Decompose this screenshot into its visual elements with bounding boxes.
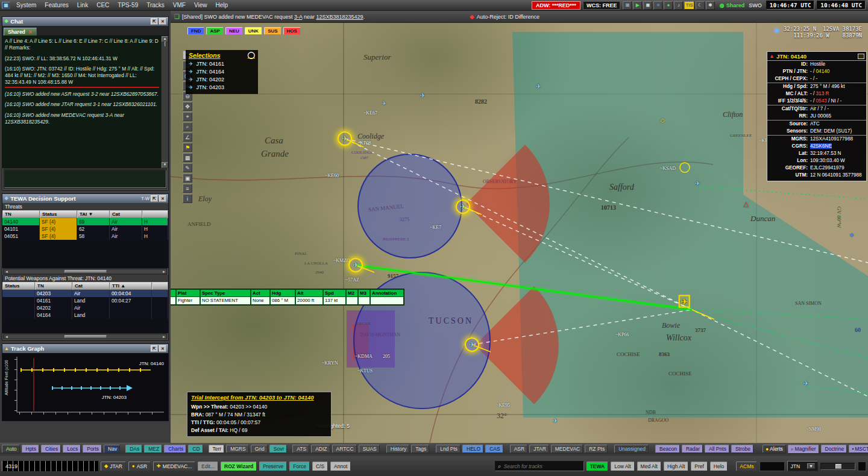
high-alt-button[interactable]: High Alt [664, 462, 688, 471]
highlighted-track[interactable]: ✈ [456, 199, 470, 214]
trial-intercept-popup[interactable]: Trial Intercept from JTN: 04203 to JTN: … [187, 392, 332, 437]
map-tool[interactable]: ✥ [183, 102, 192, 111]
toolbar-icon[interactable]: ⊞ [623, 1, 632, 10]
layer-toggle-button[interactable]: RZ Pts [585, 445, 608, 453]
horizontal-scrollbar[interactable]: ◄► [4, 334, 167, 339]
toolbar-icon[interactable]: TIS [684, 1, 694, 10]
search-input[interactable] [504, 463, 581, 469]
notification-text[interactable]: [Shared] SWO added new MEDEVAC request 3… [182, 14, 365, 20]
scrollbar-thumb[interactable] [64, 270, 107, 273]
menu-item[interactable]: Features [40, 1, 72, 9]
close-icon[interactable]: ✕ [159, 18, 166, 25]
menu-item[interactable]: VMF [169, 1, 190, 9]
layer-toggle-button[interactable]: Beacon [655, 445, 680, 453]
jtar-button[interactable]: ◆JTAR [101, 462, 126, 471]
highlighted-track[interactable]: ✈ [348, 258, 363, 272]
layer-toggle-button[interactable]: ●Alerts [763, 445, 786, 453]
low-alt-button[interactable]: Low Alt [611, 462, 634, 471]
layer-toggle-button[interactable]: History [386, 445, 409, 453]
tewa-panel-titlebar[interactable]: ❖ TEWA Decision Support T-W⇱✕ [2, 194, 168, 203]
selection-list-item[interactable]: ✈JTN: 04161 [189, 60, 255, 68]
menu-item[interactable]: Link [73, 1, 92, 9]
track-graph-titlebar[interactable]: ▲ Track Graph ⇱✕ [2, 344, 168, 353]
layer-toggle-button[interactable]: Unassigned [614, 445, 649, 453]
toolbar-icon[interactable]: ☾ [696, 1, 705, 10]
menu-item[interactable]: CEC [92, 1, 113, 9]
layer-toggle-button[interactable]: MEZ [144, 445, 162, 453]
track-info-panel[interactable]: ▲ JTN: 04140 ID: Hostile PTN / JTN: - / … [767, 51, 867, 181]
layer-toggle-button[interactable]: HELO [462, 445, 483, 453]
pref-button[interactable]: Pref [691, 462, 708, 471]
map-tool[interactable]: ▣ [183, 174, 192, 183]
med-alt-button[interactable]: Med Alt [637, 462, 661, 471]
toolbar-icon[interactable]: ♪ [674, 1, 683, 10]
layer-toggle-button[interactable]: ASR [510, 445, 527, 453]
layer-toggle-button[interactable]: Auto [2, 445, 20, 453]
chat-panel-titlebar[interactable]: ❖ Chat ⇱✕ [2, 17, 168, 26]
close-icon[interactable]: ✕ [159, 345, 166, 352]
layer-toggle-button[interactable]: SUAS [359, 445, 380, 453]
layer-toggle-button[interactable]: Doctrine [821, 445, 848, 453]
selection-list-item[interactable]: ✈JTN: 04202 [189, 76, 255, 84]
highlighted-track[interactable]: ✈ [338, 131, 352, 146]
roz-wizard-button[interactable]: ROZ Wizard [221, 462, 257, 471]
shared-indicator[interactable]: ◍Shared [720, 2, 744, 8]
chat-input[interactable] [4, 170, 166, 188]
menu-item[interactable]: Help [211, 1, 232, 9]
layer-toggle-button[interactable]: Strobe [731, 445, 753, 453]
table-row[interactable]: 04203Air00:04:04 [2, 290, 168, 297]
layer-toggle-button[interactable]: Hpts [22, 445, 39, 453]
layer-toggle-button[interactable]: ▪MSCT [849, 445, 868, 453]
layer-toggle-button[interactable]: Charts [164, 445, 186, 453]
scrollbar-thumb[interactable] [64, 335, 107, 338]
toolbar-icon[interactable]: ⌗ [653, 1, 662, 10]
layer-toggle-button[interactable]: Tags [411, 445, 429, 453]
weapons-table-header[interactable]: StatusTNCatTTI ▲ [2, 282, 168, 290]
layer-toggle-button[interactable]: ⌕Magnifier [788, 445, 819, 454]
altitude-graph[interactable]: JTN: 04140 JTN: 04203 Altitude Feet (x10… [2, 353, 168, 421]
layer-toggle-button[interactable]: All Pnts [705, 445, 729, 453]
classification-filter-button[interactable]: ASP [206, 27, 223, 35]
layer-toggle-button[interactable]: MGRS [226, 445, 249, 453]
range-scale-widget[interactable]: 4319 [2, 461, 98, 471]
layer-toggle-button[interactable]: Radar [682, 445, 703, 453]
acms-button[interactable]: ACMs [736, 462, 757, 471]
toolbar-icon[interactable]: ✱ [706, 1, 715, 10]
callsign-button[interactable]: C/S [312, 462, 328, 471]
pin-icon[interactable]: ⇱ [151, 195, 158, 202]
layer-toggle-button[interactable]: MEDEVAC [551, 445, 583, 453]
close-icon[interactable]: ✕ [159, 195, 166, 202]
tactical-map[interactable]: Superior8282CliftonGREENLEECoolidgeCOOLI… [171, 23, 868, 443]
scrollbar-thumb[interactable] [165, 42, 166, 46]
layer-toggle-button[interactable]: Locs [63, 445, 81, 453]
force-button[interactable]: Force [289, 462, 310, 471]
layer-toggle-button[interactable]: Ports [83, 445, 102, 453]
selection-list-item[interactable]: ✈JTN: 04203 [189, 84, 255, 92]
layer-toggle-button[interactable]: Sovr [269, 445, 287, 453]
table-row[interactable]: 04101SF (4)62AirH [2, 225, 168, 233]
table-row[interactable]: 04051SF (4)58AirH [2, 233, 168, 240]
tewa-button[interactable]: TEWA [587, 462, 609, 471]
declutter-slider[interactable] [820, 463, 855, 470]
tab-shared[interactable]: Shared✕ [4, 28, 37, 36]
layer-toggle-button[interactable]: ADIZ [311, 445, 330, 453]
layer-toggle-button[interactable]: ARTCC [332, 445, 357, 453]
map-tool[interactable]: ✎ [183, 163, 192, 172]
track-search[interactable]: ⌕ [495, 461, 584, 471]
map-tool[interactable]: ⌕ [183, 122, 192, 131]
layer-toggle-button[interactable]: CD [188, 445, 203, 453]
horizontal-scrollbar[interactable]: ◄► [4, 269, 167, 274]
toolbar-icon[interactable]: ◼ [643, 1, 652, 10]
jtn-dropdown[interactable]: JTN▼ [787, 461, 818, 471]
layer-toggle-button[interactable]: CAS [485, 445, 503, 453]
layer-toggle-button[interactable]: ATS [292, 445, 309, 453]
menu-item[interactable]: TPS-59 [113, 1, 142, 9]
menu-item[interactable]: System [12, 1, 40, 9]
annotate-button[interactable]: Annot [330, 462, 351, 471]
table-row[interactable]: 04161Land00:04:27 [2, 297, 168, 304]
chat-scrollbar[interactable]: ▲▼ [161, 36, 168, 168]
layer-toggle-button[interactable]: Lnd Pts [436, 445, 461, 453]
close-tab-icon[interactable]: ✕ [28, 30, 33, 35]
medevac-button[interactable]: ✚MEDEVAC... [153, 462, 195, 471]
preserve-button[interactable]: Preserve [259, 462, 287, 471]
